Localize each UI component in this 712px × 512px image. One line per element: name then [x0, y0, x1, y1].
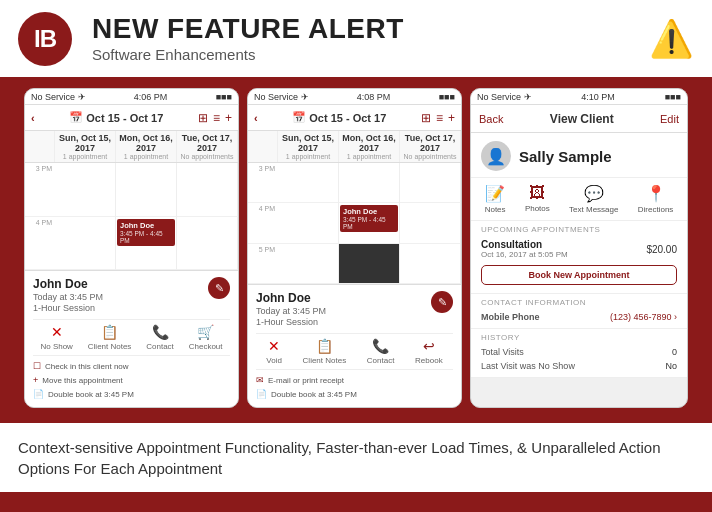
phone1-status-center: 4:06 PM	[134, 92, 168, 102]
calendar-grid-icon2[interactable]: ⊞	[421, 111, 431, 125]
phone2-nav-title: 📅 Oct 15 - Oct 17	[292, 111, 386, 124]
contact-icon: 📞	[152, 324, 169, 340]
client-quick-actions: 📝 Notes 🖼 Photos 💬 Text Message 📍 Direct…	[471, 178, 687, 221]
menu-icon2[interactable]: ≡	[436, 111, 443, 125]
upcoming-section: UPCOMING APPOINTMENTS Consultation Oct 1…	[471, 221, 687, 294]
calendar-icon2: 📅	[292, 111, 306, 124]
add-icon2[interactable]: +	[448, 111, 455, 125]
menu-icon[interactable]: ≡	[213, 111, 220, 125]
phone2-status-left: No Service ✈	[254, 92, 309, 102]
phone2-appt-options: ✉ E-mail or print receipt 📄 Double book …	[256, 369, 453, 401]
no-show-action[interactable]: ✕ No Show	[40, 324, 72, 351]
phone2-nav-left[interactable]: ‹	[254, 112, 258, 124]
phone-1: No Service ✈ 4:06 PM ■■■ ‹ 📅 Oct 15 - Oc…	[24, 88, 239, 408]
phone2-status-right: ■■■	[439, 92, 455, 102]
phones-area: No Service ✈ 4:06 PM ■■■ ‹ 📅 Oct 15 - Oc…	[0, 80, 712, 420]
client-nav: Back View Client Edit	[471, 105, 687, 133]
footer-text: Context-sensitive Appointment Functional…	[18, 437, 694, 479]
appt-name: Consultation	[481, 239, 568, 250]
contact-icon2: 📞	[372, 338, 389, 354]
logo-area: IB	[18, 12, 72, 66]
tue-col-header: Tue, Oct 17, 2017 No appointments	[177, 131, 238, 162]
phone2-cal-event[interactable]: John Doe 3:45 PM - 4:45 PM	[340, 205, 398, 232]
tue-4pm	[177, 217, 238, 271]
client-notes-action2[interactable]: 📋 Client Notes	[303, 338, 347, 365]
client-name: Sally Sample	[519, 148, 612, 165]
client-header: 👤 Sally Sample	[471, 133, 687, 178]
checkout-action[interactable]: 🛒 Checkout	[189, 324, 223, 351]
main-title: NEW FEATURE ALERT	[92, 14, 639, 45]
phone1-nav-icons: ⊞ ≡ +	[198, 111, 232, 125]
time-4pm: 4 PM	[25, 217, 55, 271]
contact-value[interactable]: (123) 456-7890 ›	[610, 312, 677, 322]
back-button[interactable]: Back	[479, 113, 503, 125]
phone1-nav-title: 📅 Oct 15 - Oct 17	[69, 111, 163, 124]
history-section-label: HISTORY	[481, 333, 677, 342]
last-visit-row: Last Visit was No Show No	[481, 359, 677, 373]
contact-section-label: CONTACT INFORMATION	[481, 298, 677, 307]
phone1-cal-event[interactable]: John Doe 3:45 PM - 4:45 PM	[117, 219, 175, 246]
rebook-icon: ↩	[423, 338, 435, 354]
calendar-icon: 📅	[69, 111, 83, 124]
phone1-appt-time: Today at 3:45 PM	[33, 292, 103, 302]
phone1-status-bar: No Service ✈ 4:06 PM ■■■	[25, 89, 238, 105]
contact-action[interactable]: 📞 Contact	[146, 324, 174, 351]
mon-3pm	[116, 163, 177, 217]
upcoming-label: UPCOMING APPOINTMENTS	[481, 225, 677, 234]
phone2-status-center: 4:08 PM	[357, 92, 391, 102]
history-section: HISTORY Total Visits 0 Last Visit was No…	[471, 329, 687, 378]
time-3pm: 3 PM	[25, 163, 55, 217]
notes-icon: 📝	[485, 184, 505, 203]
time-col-header	[25, 131, 55, 162]
logo-circle: IB	[18, 12, 72, 66]
appt-price: $20.00	[646, 244, 677, 255]
client-notes-icon2: 📋	[316, 338, 333, 354]
calendar-grid-icon[interactable]: ⊞	[198, 111, 208, 125]
phone2-cal-grid: 3 PM 4 PM John Doe 3:45 PM - 4:45 PM 5 P…	[248, 163, 461, 284]
client-notes-action[interactable]: 📋 Client Notes	[88, 324, 132, 351]
doublebook-option2[interactable]: 📄 Double book at 3:45 PM	[256, 387, 453, 401]
checkin-option[interactable]: ☐ Check in this client now	[33, 359, 230, 373]
contact-row: Mobile Phone (123) 456-7890 ›	[481, 310, 677, 324]
tue-3pm	[177, 163, 238, 217]
phone1-nav-left[interactable]: ‹	[31, 112, 35, 124]
phone1-appt-options: ☐ Check in this client now + Move this a…	[33, 355, 230, 401]
void-action[interactable]: ✕ Void	[266, 338, 282, 365]
checkout-icon: 🛒	[197, 324, 214, 340]
phone1-status-left: No Service ✈	[31, 92, 86, 102]
logo-text: IB	[34, 25, 56, 53]
sun-3pm	[55, 163, 116, 217]
phone2-status-bar: No Service ✈ 4:08 PM ■■■	[248, 89, 461, 105]
phone1-appt-popup: John Doe Today at 3:45 PM 1-Hour Session…	[25, 270, 238, 407]
rebook-action[interactable]: ↩ Rebook	[415, 338, 443, 365]
move-option[interactable]: + Move this appointment	[33, 373, 230, 387]
mon-col-header: Mon, Oct 16, 2017 1 appointment	[116, 131, 177, 162]
photos-action[interactable]: 🖼 Photos	[525, 184, 550, 214]
phone1-edit-btn[interactable]: ✎	[208, 277, 230, 299]
phone1-cal-header: Sun, Oct 15, 2017 1 appointment Mon, Oct…	[25, 131, 238, 163]
add-icon[interactable]: +	[225, 111, 232, 125]
no-show-icon: ✕	[51, 324, 63, 340]
phone-3-client: No Service ✈ 4:10 PM ■■■ Back View Clien…	[470, 88, 688, 408]
edit-button[interactable]: Edit	[660, 113, 679, 125]
phone2-appt-actions: ✕ Void 📋 Client Notes 📞 Contact ↩ Rebook	[256, 333, 453, 365]
phone1-nav: ‹ 📅 Oct 15 - Oct 17 ⊞ ≡ +	[25, 105, 238, 131]
text-message-icon: 💬	[584, 184, 604, 203]
text-message-action[interactable]: 💬 Text Message	[569, 184, 618, 214]
contact-action2[interactable]: 📞 Contact	[367, 338, 395, 365]
phone1-cal-grid: 3 PM 4 PM John Doe 3:45 PM - 4:45 PM	[25, 163, 238, 270]
subtitle: Software Enhancements	[92, 46, 639, 63]
footer: Context-sensitive Appointment Functional…	[0, 420, 712, 492]
book-new-appt-btn[interactable]: Book New Appointment	[481, 265, 677, 285]
notes-action[interactable]: 📝 Notes	[485, 184, 506, 214]
phone2-appt-service: 1-Hour Session	[256, 317, 326, 327]
phone2-nav: ‹ 📅 Oct 15 - Oct 17 ⊞ ≡ +	[248, 105, 461, 131]
directions-action[interactable]: 📍 Directions	[638, 184, 674, 214]
directions-icon: 📍	[646, 184, 666, 203]
email-option[interactable]: ✉ E-mail or print receipt	[256, 373, 453, 387]
header: IB NEW FEATURE ALERT Software Enhancemen…	[0, 0, 712, 80]
phone2-edit-btn[interactable]: ✎	[431, 291, 453, 313]
phone2-appt-time: Today at 3:45 PM	[256, 306, 326, 316]
doublebook-option[interactable]: 📄 Double book at 3:45 PM	[33, 387, 230, 401]
upcoming-appt-row: Consultation Oct 16, 2017 at 5:05 PM $20…	[481, 237, 677, 261]
